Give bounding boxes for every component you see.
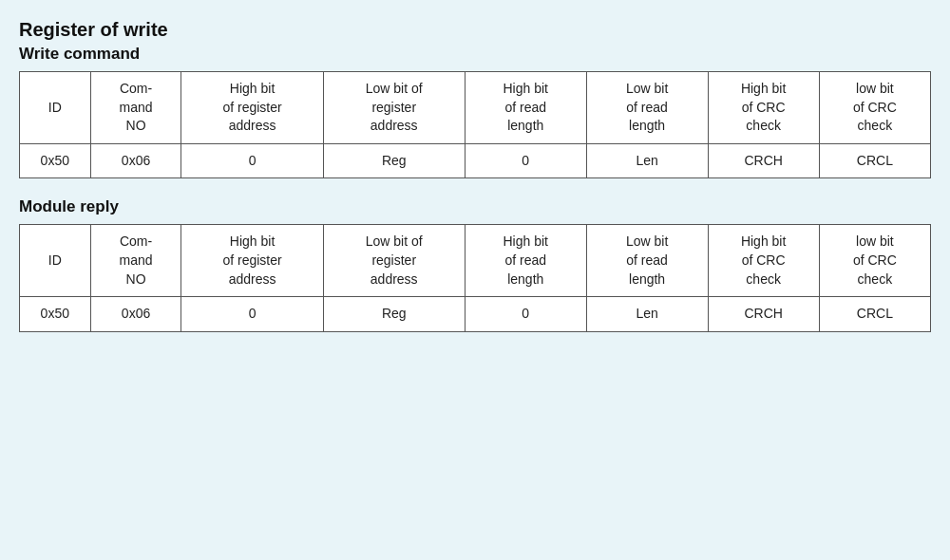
reply-row-id: 0x50 [20,297,91,332]
write-header-low-crc: low bit of CRC check [819,72,930,144]
reply-header-row: ID Com- mand NO High bit of register add… [20,225,931,297]
write-row-high-reg: 0 [181,143,323,178]
write-header-high-reg: High bit of register address [181,72,323,144]
reply-header-high-read: High bit of read length [465,225,586,297]
write-row-low-read: Len [586,143,708,178]
write-header-low-read: Low bit of read length [586,72,708,144]
write-command-table: ID Com- mand NO High bit of register add… [19,71,931,178]
write-header-high-read: High bit of read length [465,72,586,144]
write-header-cmd: Com- mand NO [90,72,181,144]
reply-data-row: 0x50 0x06 0 Reg 0 Len CRCH CRCL [20,297,931,332]
reply-row-high-crc: CRCH [708,297,819,332]
reply-header-low-reg: Low bit of register address [323,225,465,297]
write-row-low-reg: Reg [323,143,465,178]
write-data-row: 0x50 0x06 0 Reg 0 Len CRCH CRCL [20,143,931,178]
reply-section: Module reply ID Com- mand NO High bit of… [19,197,931,331]
reply-row-cmd: 0x06 [90,297,181,332]
write-row-high-read: 0 [465,143,586,178]
reply-row-low-read: Len [586,297,708,332]
subsection-title-module-reply: Module reply [19,197,931,216]
subsection-title-write-command: Write command [19,45,931,64]
module-reply-table: ID Com- mand NO High bit of register add… [19,224,931,331]
reply-header-high-reg: High bit of register address [181,225,323,297]
write-header-high-crc: High bit of CRC check [708,72,819,144]
reply-row-high-reg: 0 [181,297,323,332]
write-row-low-crc: CRCL [819,143,930,178]
write-section: Register of write Write command ID Com- … [19,19,931,178]
reply-row-low-crc: CRCL [819,297,930,332]
write-header-low-reg: Low bit of register address [323,72,465,144]
reply-row-high-read: 0 [465,297,586,332]
reply-header-id: ID [20,225,91,297]
reply-row-low-reg: Reg [323,297,465,332]
reply-header-low-crc: low bit of CRC check [819,225,930,297]
write-row-cmd: 0x06 [90,143,181,178]
write-row-id: 0x50 [20,143,91,178]
write-header-row: ID Com- mand NO High bit of register add… [20,72,931,144]
reply-header-low-read: Low bit of read length [586,225,708,297]
reply-header-high-crc: High bit of CRC check [708,225,819,297]
write-row-high-crc: CRCH [708,143,819,178]
write-header-id: ID [20,72,91,144]
reply-header-cmd: Com- mand NO [90,225,181,297]
section-title-write: Register of write [19,19,931,41]
